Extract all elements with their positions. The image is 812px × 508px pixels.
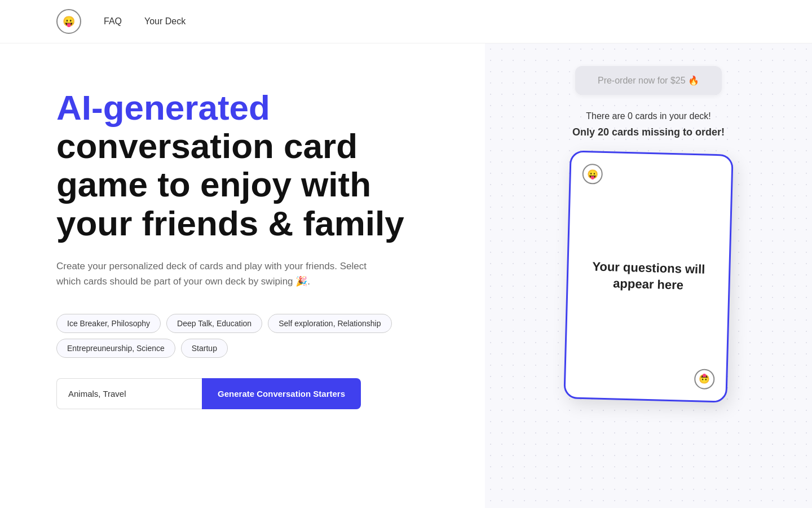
card-logo-top: 😛 (582, 164, 603, 185)
hero-title-rest: conversation card game to enjoy with you… (56, 126, 404, 242)
left-panel: AI-generated conversation card game to e… (0, 43, 485, 508)
tag-ice-breaker[interactable]: Ice Breaker, Philosophy (56, 314, 161, 333)
card-logo-top-emoji: 😛 (586, 168, 598, 179)
generate-button[interactable]: Generate Conversation Starters (202, 378, 361, 409)
input-row: Generate Conversation Starters (56, 378, 361, 409)
right-panel: Pre-order now for $25 🔥 There are 0 card… (485, 43, 812, 508)
preorder-button[interactable]: Pre-order now for $25 🔥 (575, 66, 722, 95)
card-logo-bottom: 😛 (694, 369, 715, 389)
tags-container: Ice Breaker, Philosophy Deep Talk, Educa… (56, 314, 429, 358)
cards-count-text: There are 0 cards in your deck! (572, 108, 725, 124)
card-visual: 😛 Your questions will appear here 😛 (563, 150, 733, 402)
navbar: 😛 FAQ Your Deck (0, 0, 812, 43)
nav-your-deck-link[interactable]: Your Deck (144, 16, 186, 27)
nav-faq-link[interactable]: FAQ (104, 16, 122, 27)
logo-emoji: 😛 (63, 15, 75, 28)
tag-self-exploration[interactable]: Self exploration, Relationship (268, 314, 391, 333)
card-logo-bottom-emoji: 😛 (699, 374, 710, 385)
tag-deep-talk[interactable]: Deep Talk, Education (166, 314, 262, 333)
card-placeholder-text: Your questions will appear here (584, 259, 713, 294)
hero-subtitle: Create your personalized deck of cards a… (56, 259, 383, 289)
hero-title: AI-generated conversation card game to e… (56, 89, 429, 243)
tag-startup[interactable]: Startup (181, 339, 228, 358)
cards-info: There are 0 cards in your deck! Only 20 … (572, 108, 725, 141)
tag-entrepreneurship[interactable]: Entrepreuneurship, Science (56, 339, 175, 358)
hero-title-highlight: AI-generated (56, 88, 270, 127)
cards-missing-text: Only 20 cards missing to order! (572, 124, 725, 141)
logo[interactable]: 😛 (56, 9, 81, 34)
topic-input[interactable] (56, 378, 202, 409)
page-layout: AI-generated conversation card game to e… (0, 43, 812, 508)
